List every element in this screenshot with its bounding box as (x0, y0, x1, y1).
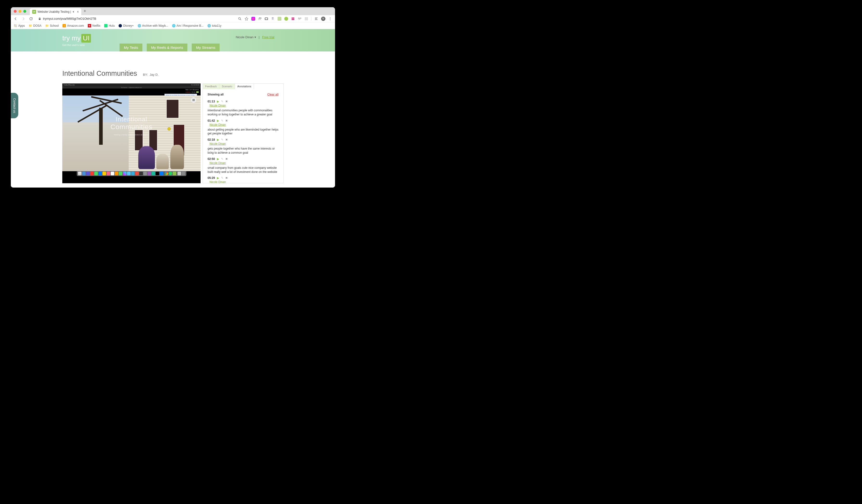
annotation-timestamp: 02:50 (208, 157, 215, 161)
browser-window: UI Website Usability Testing | × + trymy… (11, 7, 335, 188)
ext-icon-1[interactable] (251, 17, 255, 21)
bookmark-responsive[interactable]: 🌐Am I Responsive B... (172, 24, 204, 27)
user-menu: Nicole Dinan ▾ | Free trial (236, 35, 274, 39)
showing-header: Showing all Clear all (208, 93, 278, 96)
ext-icon-2[interactable]: f? (258, 17, 262, 21)
delete-icon[interactable]: ✖ (225, 119, 228, 122)
edit-icon[interactable]: ✎ (221, 119, 223, 122)
new-tab-button[interactable]: + (84, 9, 86, 14)
tab-feedback[interactable]: Feedback (203, 84, 219, 89)
browser-tab[interactable]: UI Website Usability Testing | × (30, 8, 81, 15)
svg-point-7 (330, 19, 330, 20)
video-frame-scene: Intentional Communities Making a family … (62, 95, 200, 171)
video-player[interactable]: TryMyUIRecorder Fri 12:43 AM Not Secure … (62, 83, 200, 183)
window-controls (14, 10, 26, 13)
annotation-text: intentional communities people with comm… (208, 108, 278, 117)
edit-icon[interactable]: ✎ (221, 100, 223, 103)
figure-2 (156, 154, 169, 169)
delete-icon[interactable]: ✖ (225, 138, 228, 142)
svg-point-15 (15, 26, 16, 27)
site-logo[interactable]: try myUI (62, 34, 91, 42)
video-timer: ● 06:12 / 30:00 UI (186, 91, 199, 93)
annotation-timestamp: 01:42 (208, 119, 215, 122)
hamburger-icon (191, 97, 196, 103)
bookmark-school[interactable]: 📁School (45, 24, 59, 27)
close-window-button[interactable] (14, 10, 17, 13)
svg-point-0 (239, 17, 240, 19)
video-urlbar: Not Secure — capstone.cuviscom.com (62, 86, 200, 89)
nav-my-tests[interactable]: My Tests (119, 43, 142, 51)
play-icon[interactable]: ▶ (217, 138, 219, 142)
ext-icon-7[interactable] (291, 17, 295, 21)
tab-audio-icon[interactable] (73, 10, 75, 13)
nav-my-reels[interactable]: My Reels & Reports (147, 43, 187, 51)
edit-icon[interactable]: ✎ (221, 138, 223, 142)
play-icon[interactable]: ▶ (217, 119, 219, 122)
star-icon[interactable] (245, 17, 248, 21)
annotation-item: 01:13 ▶ ✎ ✖ Nicole Dinan intentional com… (208, 100, 278, 117)
annotation-text: small company from goats cute nice compa… (208, 166, 278, 174)
annotation-author-link[interactable]: Nicole Dinan (209, 161, 226, 165)
nav-back-button[interactable] (14, 17, 17, 21)
nav-forward-button[interactable] (22, 17, 25, 21)
annotation-author-link[interactable]: Nicole Dinan (209, 104, 226, 107)
lock-icon (38, 17, 41, 20)
svg-rect-3 (305, 19, 306, 20)
ext-icon-9[interactable] (304, 17, 308, 21)
ext-icon-8[interactable]: NP (298, 17, 302, 21)
bookmark-netflix[interactable]: NNetflix (88, 24, 100, 27)
ext-icon-6[interactable] (284, 17, 288, 21)
bookmark-amazon[interactable]: aAmazon.com (63, 24, 84, 27)
annotation-author-link[interactable]: Nicole Dinan (209, 180, 226, 183)
profile-avatar[interactable]: N (321, 17, 325, 21)
ext-icon-3[interactable] (265, 17, 268, 20)
bookmark-hulu[interactable]: Hulu (104, 24, 115, 27)
annotation-item: 05:29 ▶ ✎ ✖ Nicole Dinan how communities… (208, 176, 278, 183)
delete-icon[interactable]: ✖ (225, 176, 228, 180)
free-trial-link[interactable]: Free trial (262, 35, 274, 39)
bookmark-dosa[interactable]: 📁DOSA (29, 24, 41, 27)
annotation-timestamp: 05:29 (208, 176, 215, 180)
delete-icon[interactable]: ✖ (225, 100, 228, 103)
toolbar-right-icons: f? ⠿ NP N (238, 17, 332, 21)
macos-dock (77, 171, 186, 176)
delete-icon[interactable]: ✖ (225, 157, 228, 161)
play-icon[interactable]: ▶ (217, 100, 219, 103)
ext-icon-5[interactable] (277, 17, 282, 21)
ext-icon-4[interactable]: ⠿ (271, 17, 275, 21)
play-icon[interactable]: ▶ (217, 176, 219, 180)
favicon-icon: UI (32, 10, 36, 14)
clear-all-link[interactable]: Clear all (267, 93, 278, 96)
page-title: Intentional Communities (62, 69, 137, 77)
annotations-panel: Feedback Scenario Annotations Showing al… (203, 83, 284, 183)
page-content: Contact us try myUI Get the user's view … (11, 29, 335, 188)
minimize-window-button[interactable] (18, 10, 22, 13)
site-banner: try myUI Get the user's view Nicole Dina… (11, 29, 335, 51)
nav-my-streams[interactable]: My Streams (192, 43, 220, 51)
browser-menu-button[interactable] (328, 17, 332, 21)
bookmark-apps[interactable]: Apps (14, 24, 25, 27)
edit-icon[interactable]: ✎ (221, 157, 223, 161)
play-icon[interactable]: ▶ (217, 157, 219, 161)
reading-list-icon[interactable] (314, 17, 318, 21)
tab-annotations[interactable]: Annotations (235, 84, 254, 89)
edit-icon[interactable]: ✎ (221, 176, 223, 180)
panel-tabs: Feedback Scenario Annotations (203, 84, 283, 89)
url-text: trymyui.com/pva/IM8SgI7eO1OkH2TB (43, 17, 96, 21)
bookmark-disney[interactable]: Disney+ (119, 24, 134, 27)
annotation-author-link[interactable]: Nicole Dinan (209, 123, 226, 127)
address-bar[interactable]: trymyui.com/pva/IM8SgI7eO1OkH2TB (36, 17, 235, 21)
zoom-icon[interactable] (238, 17, 242, 21)
maximize-window-button[interactable] (23, 10, 26, 13)
bookmark-archive[interactable]: 🌐Archive with Wayb... (138, 24, 168, 27)
site-tagline: Get the user's view (62, 43, 85, 47)
tab-close-button[interactable]: × (77, 10, 79, 14)
annotation-author-link[interactable]: Nicole Dinan (209, 142, 226, 145)
svg-point-12 (15, 25, 16, 26)
tab-scenario[interactable]: Scenario (219, 84, 235, 89)
bookmark-tota11y[interactable]: 🌐tota11y (207, 24, 221, 27)
contact-us-tab[interactable]: Contact us (11, 93, 18, 118)
user-name-dropdown[interactable]: Nicole Dinan ▾ (236, 35, 256, 39)
reload-button[interactable] (29, 17, 33, 21)
svg-point-6 (330, 18, 330, 19)
